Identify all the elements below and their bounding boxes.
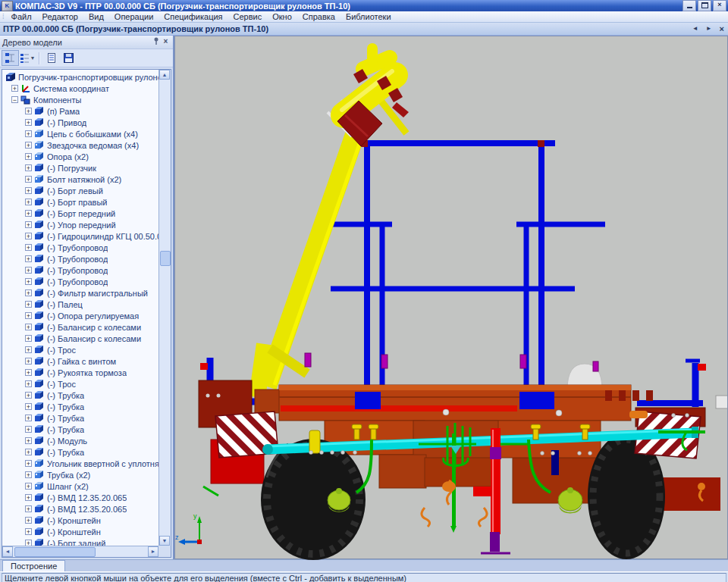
- tree-item[interactable]: +(-) Трубопровод: [2, 242, 158, 253]
- close-document-button[interactable]: ×: [716, 23, 728, 35]
- expand-box[interactable]: +: [25, 483, 32, 490]
- model-viewport[interactable]: y z: [174, 36, 728, 559]
- frame-cap[interactable]: [698, 364, 706, 371]
- tree-item[interactable]: +Шланг (х2): [2, 480, 158, 492]
- expand-box[interactable]: +: [25, 403, 32, 410]
- tree-vertical-scrollbar[interactable]: ▲ ▼: [158, 70, 171, 546]
- expand-box[interactable]: +: [25, 221, 32, 228]
- tree-item[interactable]: +(-) Борт передний: [2, 208, 158, 219]
- menu-item-2[interactable]: Редактор: [37, 12, 83, 21]
- tree-item[interactable]: +(-) Трубка: [2, 424, 158, 435]
- expand-box[interactable]: +: [25, 540, 32, 546]
- expand-box[interactable]: +: [25, 289, 32, 296]
- tree-item[interactable]: +Трубка (х2): [2, 469, 158, 480]
- prev-document-button[interactable]: ◄: [689, 23, 702, 35]
- tree-item[interactable]: +(-) Трубопровод: [2, 276, 158, 287]
- frame-node[interactable]: [538, 140, 544, 147]
- expand-box[interactable]: +: [25, 426, 32, 433]
- expand-box[interactable]: +: [11, 85, 18, 92]
- model-canvas[interactable]: y z: [175, 36, 727, 560]
- next-document-button[interactable]: ►: [702, 23, 716, 35]
- tree-item[interactable]: +(-) Трубка: [2, 446, 158, 458]
- save-composition-button[interactable]: [60, 50, 77, 66]
- tree-item[interactable]: +Опора (х2): [2, 151, 158, 162]
- tree-item[interactable]: +(-) Трубка: [2, 401, 158, 412]
- menu-item-8[interactable]: Справка: [297, 12, 340, 21]
- tree-item[interactable]: +(-) Погрузчик: [2, 162, 158, 174]
- close-button[interactable]: ×: [713, 0, 726, 11]
- expand-box[interactable]: +: [25, 369, 32, 376]
- tree-item[interactable]: +(-) Балансир с колесами: [2, 321, 158, 333]
- tree-item[interactable]: +(-) Привод: [2, 117, 158, 128]
- tree-item[interactable]: +Цепь с бобышками (х4): [2, 128, 158, 139]
- post-mount[interactable]: [519, 392, 554, 409]
- expand-box[interactable]: +: [25, 449, 32, 455]
- menu-item-5[interactable]: Спецификация: [158, 12, 228, 21]
- tree-item[interactable]: +(-) Борт задний: [2, 537, 158, 546]
- tree-item[interactable]: +(-) ВМД 12.35.20.065: [2, 503, 158, 515]
- tree-item[interactable]: +(-) Упор передний: [2, 219, 158, 230]
- tree-item[interactable]: +(-) Борт правый: [2, 196, 158, 208]
- tree-group-item[interactable]: −Компоненты: [2, 94, 158, 105]
- component-report-button[interactable]: [42, 50, 60, 66]
- tree-item[interactable]: +(-) Опора регулируемая: [2, 310, 158, 321]
- scroll-left-arrow[interactable]: ◄: [2, 546, 13, 557]
- expand-box[interactable]: +: [25, 244, 32, 251]
- horizontal-scroll-thumb[interactable]: [14, 547, 96, 557]
- expand-box[interactable]: +: [25, 437, 32, 444]
- tree-item[interactable]: +(-) Трос: [2, 344, 158, 355]
- minimize-button[interactable]: [682, 0, 696, 11]
- expand-box[interactable]: +: [25, 335, 32, 342]
- expand-box[interactable]: +: [25, 210, 32, 217]
- expand-box[interactable]: +: [25, 233, 32, 239]
- expand-box[interactable]: +: [25, 392, 32, 399]
- tree-structure-button[interactable]: [2, 50, 19, 66]
- expand-box[interactable]: +: [25, 278, 32, 285]
- close-panel-button[interactable]: ×: [161, 37, 171, 47]
- expand-box[interactable]: +: [25, 505, 32, 512]
- tree-item[interactable]: +(-) Кронштейн: [2, 515, 158, 526]
- expand-box[interactable]: +: [25, 312, 32, 319]
- tree-item[interactable]: +(-) Гидроцилиндр КГЦ 00.50.000-10: [2, 230, 158, 242]
- tree-display-options-button[interactable]: ▼: [19, 50, 36, 66]
- tree-item[interactable]: +(-) Трос: [2, 378, 158, 390]
- menu-item-3[interactable]: Вид: [83, 12, 109, 21]
- menu-item-6[interactable]: Сервис: [228, 12, 268, 21]
- restore-button[interactable]: [698, 0, 711, 11]
- expand-box[interactable]: +: [25, 380, 32, 387]
- tree-horizontal-scrollbar[interactable]: ◄ ►: [2, 546, 158, 557]
- scroll-right-arrow[interactable]: ►: [148, 546, 158, 557]
- expand-box[interactable]: +: [25, 346, 32, 353]
- tree-item[interactable]: +(-) Рукоятка тормоза: [2, 367, 158, 378]
- expand-box[interactable]: +: [25, 460, 32, 467]
- expand-box[interactable]: +: [25, 358, 32, 365]
- pin-panel-button[interactable]: [151, 37, 161, 47]
- post-mount[interactable]: [355, 392, 381, 409]
- tree-root-item[interactable]: Погрузчик-транспортировщик рулонов ТП-10: [2, 71, 158, 83]
- scroll-up-arrow[interactable]: ▲: [159, 70, 170, 80]
- expand-box[interactable]: +: [25, 187, 32, 194]
- expand-box[interactable]: +: [25, 255, 32, 262]
- expand-box[interactable]: +: [25, 301, 32, 308]
- tree-group-item[interactable]: +Система координат: [2, 83, 158, 94]
- tab-construction[interactable]: Построение: [2, 560, 65, 571]
- tree-item[interactable]: +(-) Кронштейн: [2, 526, 158, 537]
- expand-box[interactable]: +: [25, 142, 32, 149]
- scroll-down-arrow[interactable]: ▼: [159, 536, 170, 546]
- expand-box[interactable]: +: [25, 528, 32, 535]
- tree-item[interactable]: +(-) Трубка: [2, 412, 158, 424]
- tree-item[interactable]: +(-) Трубка: [2, 390, 158, 401]
- tree-item[interactable]: +(-) Трубопровод: [2, 264, 158, 276]
- expand-box[interactable]: +: [25, 199, 32, 205]
- vertical-scroll-thumb[interactable]: [160, 251, 171, 266]
- tree-item[interactable]: +(-) Балансир с колесами: [2, 333, 158, 344]
- tree-item[interactable]: +(п) Рама: [2, 105, 158, 117]
- expand-box[interactable]: +: [25, 153, 32, 160]
- expand-box[interactable]: +: [25, 324, 32, 330]
- expand-box[interactable]: +: [25, 471, 32, 478]
- menu-item-7[interactable]: Окно: [267, 12, 297, 21]
- tree-item[interactable]: +Угольник ввертной с уплотняющей гайкой: [2, 458, 158, 469]
- expand-box[interactable]: +: [25, 130, 32, 137]
- tree-item[interactable]: +(-) ВМД 12.35.20.065: [2, 492, 158, 503]
- menu-item-9[interactable]: Библиотеки: [340, 12, 397, 21]
